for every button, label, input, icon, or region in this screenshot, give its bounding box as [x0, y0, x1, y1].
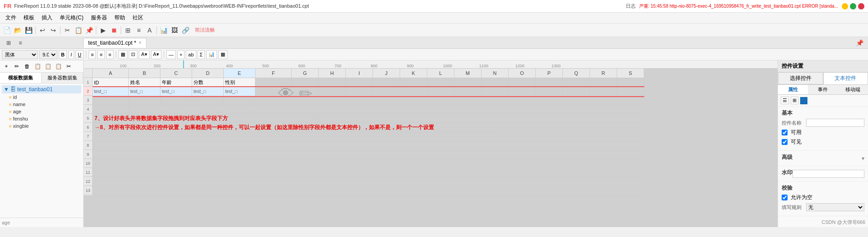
paste-button[interactable]: 📌: [84, 25, 94, 35]
cell-8-rest[interactable]: [93, 141, 644, 150]
cell-4rest[interactable]: [129, 105, 644, 114]
cell-1B[interactable]: 姓名: [129, 78, 160, 87]
link-button[interactable]: 🔗: [180, 25, 190, 35]
cell-1L[interactable]: [427, 78, 454, 87]
cell-5rest[interactable]: [319, 114, 644, 123]
canvas-scroll[interactable]: 👁 ✏ 1 2 3 4 5 6 7 8 9 10: [84, 69, 778, 227]
image-button[interactable]: 🖼: [170, 25, 179, 35]
cell-2R[interactable]: [590, 87, 617, 96]
cell-7-rest[interactable]: [93, 132, 644, 141]
sidebar-tab-template[interactable]: 模板数据集: [0, 73, 42, 83]
edit-dataset-button[interactable]: ✏: [12, 62, 21, 71]
cell-1M[interactable]: [454, 78, 481, 87]
cell-2Q[interactable]: [563, 87, 590, 96]
cell-2K[interactable]: [400, 87, 427, 96]
new-button[interactable]: 📄: [2, 25, 12, 35]
cell-2L[interactable]: [427, 87, 454, 96]
format-button[interactable]: A: [145, 25, 155, 35]
rp-icon-2[interactable]: ⊞: [791, 97, 798, 104]
menu-template[interactable]: 模板: [20, 13, 38, 23]
cut-dataset-button[interactable]: ✂: [64, 62, 73, 71]
window-controls[interactable]: [842, 3, 864, 9]
font-selector[interactable]: 黑体: [2, 50, 38, 59]
formula-button[interactable]: Σ: [198, 50, 205, 59]
delete-dataset-button[interactable]: 🗑: [23, 62, 32, 71]
cell-1F[interactable]: [255, 78, 292, 87]
stop-button[interactable]: ⏹: [109, 25, 119, 35]
cell-1N[interactable]: [481, 78, 509, 87]
preview-button[interactable]: ▶: [98, 25, 108, 35]
export-dataset-button[interactable]: 📋: [54, 62, 63, 71]
menu-file[interactable]: 文件: [2, 13, 20, 23]
cell-2F[interactable]: [255, 87, 292, 96]
col-button[interactable]: ≡: [134, 25, 144, 35]
italic-button[interactable]: I: [68, 50, 74, 59]
menu-help[interactable]: 帮助: [111, 13, 129, 23]
cell-9-rest[interactable]: [93, 150, 644, 159]
tab-close-icon[interactable]: ×: [139, 40, 142, 45]
more-button[interactable]: ▦: [218, 50, 227, 59]
cell-10-rest[interactable]: [93, 159, 644, 168]
merge-button[interactable]: ⊡: [129, 50, 137, 59]
cell-1J[interactable]: [373, 78, 400, 87]
underline-button[interactable]: U: [75, 50, 84, 59]
minimize-button[interactable]: [842, 3, 848, 9]
cell-1G[interactable]: [292, 78, 319, 87]
property-tab[interactable]: 属性: [778, 85, 808, 94]
cell-3rest[interactable]: [255, 96, 644, 105]
tree-child-fenshu[interactable]: ≡ fenshu: [2, 115, 81, 122]
paste-dataset-button[interactable]: 📋: [43, 62, 52, 71]
tab-grid-btn[interactable]: ⊞: [4, 38, 14, 48]
enabled-checkbox[interactable]: [782, 130, 788, 135]
cell-1D[interactable]: 分数: [192, 78, 224, 87]
tab-pin-button[interactable]: 📌: [854, 38, 864, 48]
zoom-in-button[interactable]: +: [177, 50, 184, 59]
tab-tianbao01[interactable]: test_tianbao01.cpt * ×: [83, 38, 146, 48]
rp-icon-1[interactable]: ☰: [781, 97, 789, 104]
cell-2E[interactable]: test_□: [224, 87, 255, 96]
menu-community[interactable]: 社区: [129, 13, 147, 23]
cell-4A[interactable]: [93, 105, 129, 114]
cell-3D[interactable]: [192, 96, 224, 105]
cell-2N[interactable]: [481, 87, 509, 96]
cell-3C[interactable]: [160, 96, 192, 105]
cell-1E[interactable]: 性别: [224, 78, 255, 87]
cell-1O[interactable]: [509, 78, 536, 87]
mobile-tab[interactable]: 移动端: [838, 85, 868, 94]
tree-child-age[interactable]: ≡ age: [2, 108, 81, 115]
zoom-out-button[interactable]: —: [166, 50, 176, 59]
select-control-tab[interactable]: 选择控件: [778, 72, 823, 84]
menu-server[interactable]: 服务器: [87, 13, 111, 23]
cell-2J[interactable]: [373, 87, 400, 96]
undo-button[interactable]: ↩: [38, 25, 47, 35]
text-control-tab[interactable]: 文本控件: [823, 72, 868, 84]
cell-2S[interactable]: [617, 87, 644, 96]
font-color-button[interactable]: A▾: [151, 50, 161, 59]
cell-1R[interactable]: [590, 78, 617, 87]
cell-12-rest[interactable]: [93, 177, 644, 186]
watermark-input[interactable]: [793, 170, 864, 178]
tab-table-btn[interactable]: ≡: [15, 38, 25, 48]
maximize-button[interactable]: [850, 3, 856, 9]
align-center-button[interactable]: ≡: [97, 50, 104, 59]
cut-button[interactable]: ✂: [62, 25, 72, 35]
cell-2G[interactable]: [292, 87, 319, 96]
allow-empty-checkbox[interactable]: [782, 195, 788, 200]
chart-button[interactable]: 📊: [159, 25, 169, 35]
condition-button[interactable]: ab: [186, 50, 196, 59]
menu-cell[interactable]: 单元格(C): [56, 13, 87, 23]
cell-2P[interactable]: [536, 87, 563, 96]
tree-root-node[interactable]: ▼ 🗄 test_tianbao01: [2, 85, 81, 93]
cell-2C[interactable]: test_□: [160, 87, 192, 96]
cell-2A[interactable]: test_□: [93, 87, 129, 96]
align-left-button[interactable]: ≡: [89, 50, 96, 59]
tree-child-id[interactable]: ≡ id: [2, 93, 81, 101]
copy-dataset-button[interactable]: 📋: [33, 62, 42, 71]
cell-1C[interactable]: 年龄: [160, 78, 192, 87]
cell-13-rest[interactable]: [93, 186, 644, 195]
advanced-expand-icon[interactable]: ▾: [862, 155, 864, 162]
event-tab[interactable]: 事件: [808, 85, 838, 94]
cell-3B[interactable]: [129, 96, 160, 105]
redo-button[interactable]: ↪: [48, 25, 58, 35]
cell-1K[interactable]: [400, 78, 427, 87]
